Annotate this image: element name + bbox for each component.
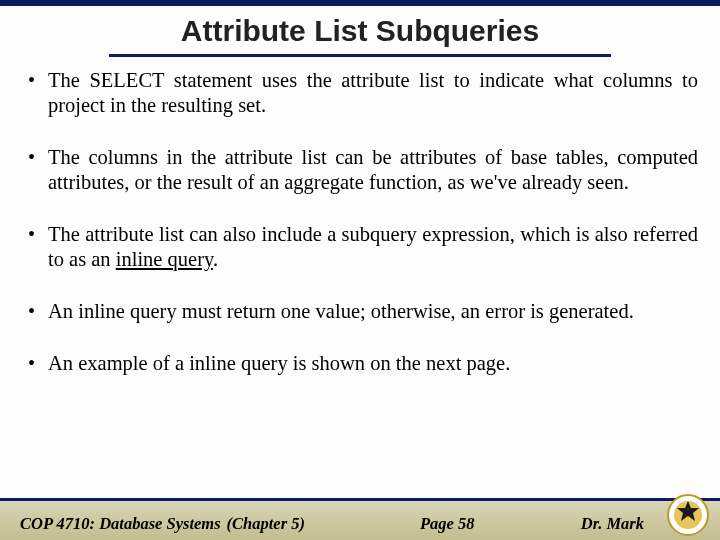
footer-text: COP 4710: Database Systems (Chapter 5) P…	[20, 514, 644, 534]
footer-bar: COP 4710: Database Systems (Chapter 5) P…	[0, 498, 720, 540]
footer-author: Dr. Mark	[581, 514, 644, 534]
inline-query-term: inline query	[116, 248, 213, 270]
bullet-list: The SELECT statement uses the attribute …	[22, 68, 698, 376]
top-rule	[0, 0, 720, 6]
footer-chapter: (Chapter 5)	[227, 514, 305, 534]
ucf-logo-icon	[666, 493, 710, 537]
slide-title: Attribute List Subqueries	[0, 14, 720, 48]
bullet-item: The columns in the attribute list can be…	[22, 145, 698, 195]
title-underline	[109, 54, 611, 57]
bullet-item: An example of a inline query is shown on…	[22, 351, 698, 376]
slide-body: The SELECT statement uses the attribute …	[22, 68, 698, 494]
bullet-item: An inline query must return one value; o…	[22, 299, 698, 324]
bullet-item: The SELECT statement uses the attribute …	[22, 68, 698, 118]
footer-page: Page 58	[420, 514, 475, 534]
footer-course: COP 4710: Database Systems	[20, 514, 221, 534]
bullet-item: The attribute list can also include a su…	[22, 222, 698, 272]
bullet-suffix: .	[213, 248, 218, 270]
